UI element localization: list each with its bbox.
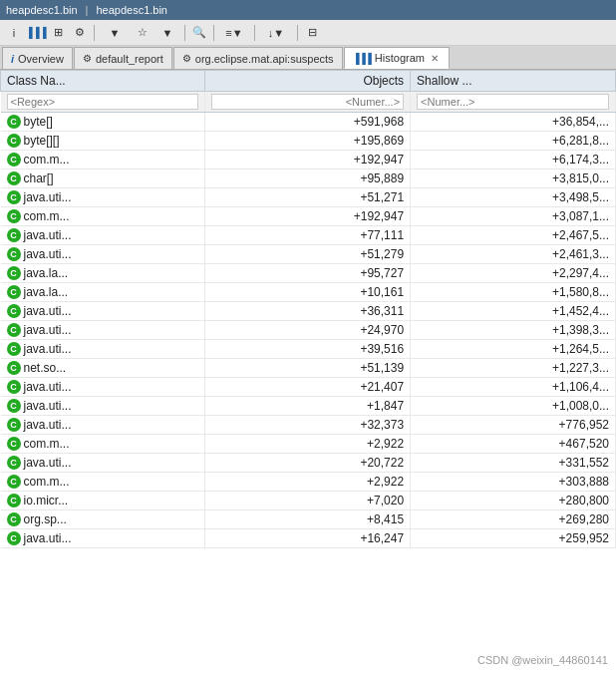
table-row: C java.uti... +24,970+1,398,3... [1, 321, 616, 340]
table-row: C java.uti... +51,271+3,498,5... [1, 188, 616, 207]
class-name-text: java.uti... [24, 247, 72, 261]
class-name-cell: C byte[] [1, 113, 205, 132]
class-name-cell: C net.so... [1, 359, 205, 378]
settings-toolbar-btn[interactable]: ⚙ [70, 23, 90, 43]
menu-toolbar-btn[interactable]: ≡▼ [218, 23, 250, 43]
class-icon: C [7, 512, 21, 526]
class-name-cell: C java.uti... [1, 416, 205, 435]
class-name-cell: C java.uti... [1, 378, 205, 397]
tab-histogram[interactable]: ▐▐▐ Histogram ✕ [344, 47, 450, 69]
col-header-objects[interactable]: Objects [205, 71, 411, 92]
class-name-cell: C byte[][] [1, 132, 205, 151]
table-row: C com.m... +2,922+303,888 [1, 473, 616, 492]
class-icon: C [7, 304, 21, 318]
class-icon: C [7, 361, 21, 375]
class-name-cell: C java.uti... [1, 340, 205, 359]
class-name-text: java.la... [24, 266, 69, 280]
class-name-text: net.so... [24, 361, 67, 375]
class-icon: C [7, 266, 21, 280]
class-icon: C [7, 494, 21, 507]
class-icon: C [7, 399, 21, 413]
class-name-cell: C com.m... [1, 435, 205, 454]
download-toolbar-btn[interactable]: ↓▼ [259, 23, 293, 43]
class-name-cell: C java.la... [1, 264, 205, 283]
objects-cell: +20,722 [205, 454, 411, 473]
class-name-text: java.uti... [24, 323, 72, 337]
class-name-cell: C java.uti... [1, 321, 205, 340]
table-filter-row [1, 92, 616, 113]
class-name-cell: C java.uti... [1, 302, 205, 321]
table-row: C java.uti... +36,311+1,452,4... [1, 302, 616, 321]
table-row: C io.micr... +7,020+280,800 [1, 492, 616, 510]
chart-toolbar-btn[interactable]: ▐▐▐ [26, 23, 46, 43]
filter-classname-input[interactable] [7, 94, 199, 110]
extra-toolbar-btn[interactable]: ⊟ [302, 23, 322, 43]
shallow-cell: +303,888 [411, 473, 616, 492]
class-icon: C [7, 437, 21, 451]
filter-shallow-input[interactable] [417, 94, 609, 110]
class-name-cell: C java.uti... [1, 454, 205, 473]
objects-cell: +77,111 [205, 226, 411, 245]
dropdown-btn-1[interactable]: ▼ [99, 23, 131, 43]
class-name-text: char[] [24, 171, 54, 185]
class-name-text: io.micr... [24, 494, 69, 507]
table-row: C com.m... +192,947+3,087,1... [1, 207, 616, 226]
tab-default-report-label: default_report [96, 53, 163, 65]
table-row: C java.la... +95,727+2,297,4... [1, 264, 616, 283]
shallow-cell: +2,297,4... [411, 264, 616, 283]
tab-histogram-close[interactable]: ✕ [429, 52, 441, 64]
objects-cell: +192,947 [205, 151, 411, 169]
title-tab-1[interactable]: heapdesc1.bin [6, 4, 78, 16]
info-toolbar-btn[interactable]: i [4, 23, 24, 43]
table-row: C java.uti... +32,373+776,952 [1, 416, 616, 435]
class-icon: C [7, 531, 21, 545]
table-row: C java.uti... +16,247+259,952 [1, 529, 616, 548]
search-toolbar-btn[interactable]: 🔍 [189, 23, 209, 43]
grid-toolbar-btn[interactable]: ⊞ [48, 23, 68, 43]
tab-default-report[interactable]: ⚙ default_report [74, 47, 172, 69]
table-row: C byte[] +591,968+36,854,... [1, 113, 616, 132]
class-name-text: com.m... [24, 475, 70, 489]
objects-cell: +24,970 [205, 321, 411, 340]
filter-objects-input[interactable] [211, 94, 404, 110]
class-name-cell: C io.micr... [1, 492, 205, 510]
col-header-shallow[interactable]: Shallow ... [411, 71, 616, 92]
shallow-cell: +1,106,4... [411, 378, 616, 397]
tab-suspects[interactable]: ⚙ org.eclipse.mat.api:suspects [173, 47, 343, 69]
objects-cell: +36,311 [205, 302, 411, 321]
table-row: C byte[][] +195,869+6,281,8... [1, 132, 616, 151]
shallow-cell: +280,800 [411, 492, 616, 510]
class-icon: C [7, 115, 21, 129]
class-name-text: java.uti... [24, 304, 72, 318]
table-row: C java.uti... +21,407+1,106,4... [1, 378, 616, 397]
class-name-cell: C org.sp... [1, 510, 205, 529]
class-icon: C [7, 171, 21, 185]
objects-cell: +51,139 [205, 359, 411, 378]
tab-bar: i Overview ⚙ default_report ⚙ org.eclips… [0, 46, 616, 70]
class-icon: C [7, 475, 21, 489]
col-header-classname[interactable]: Class Na... [1, 71, 205, 92]
objects-cell: +51,279 [205, 245, 411, 264]
table-container[interactable]: Class Na... Objects Shallow ... [0, 70, 616, 674]
class-name-cell: C java.la... [1, 283, 205, 302]
shallow-cell: +331,552 [411, 454, 616, 473]
objects-cell: +2,922 [205, 435, 411, 454]
dropdown-btn-2[interactable]: ▼ [154, 23, 180, 43]
tab-histogram-label: Histogram [375, 52, 425, 64]
tab-overview[interactable]: i Overview [2, 47, 73, 69]
objects-cell: +192,947 [205, 207, 411, 226]
objects-cell: +2,922 [205, 473, 411, 492]
table-row: C org.sp... +8,415+269,280 [1, 510, 616, 529]
star-toolbar-btn[interactable]: ☆ [133, 23, 153, 43]
objects-cell: +39,516 [205, 340, 411, 359]
shallow-cell: +1,227,3... [411, 359, 616, 378]
class-name-cell: C java.uti... [1, 529, 205, 548]
title-tab-2[interactable]: heapdesc1.bin [96, 4, 167, 16]
objects-cell: +51,271 [205, 188, 411, 207]
class-name-cell: C java.uti... [1, 226, 205, 245]
objects-cell: +591,968 [205, 113, 411, 132]
shallow-cell: +6,281,8... [411, 132, 616, 151]
class-name-cell: C java.uti... [1, 397, 205, 416]
class-icon: C [7, 134, 21, 148]
shallow-cell: +776,952 [411, 416, 616, 435]
